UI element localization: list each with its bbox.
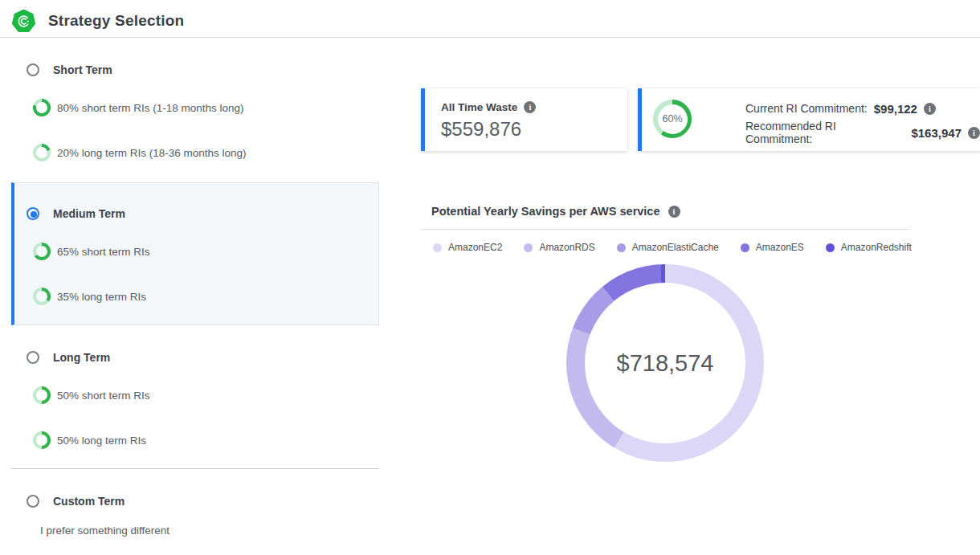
legend-dot-icon <box>433 243 442 252</box>
recommended-ri-commitment-row: Recommended RI Commitment: $163,947 i <box>745 124 980 141</box>
chart-title: Potential Yearly Savings per AWS service <box>431 205 660 218</box>
strategy-sub-item: 80% short term RIs (1-18 months long) <box>33 99 244 116</box>
radio-custom-term[interactable] <box>27 495 39 508</box>
commitment-percent-ring: 60% <box>653 100 692 138</box>
radio-long-term[interactable] <box>27 351 39 364</box>
strategy-sub-item: 35% long term RIs <box>33 288 146 305</box>
legend-item[interactable]: AmazonES <box>741 242 804 253</box>
strategy-sub-item: 65% short term RIs <box>33 243 150 260</box>
section-divider <box>11 468 379 469</box>
info-icon[interactable]: i <box>968 127 980 139</box>
donut-center-total: $718,574 <box>617 350 714 377</box>
legend-label: AmazonRDS <box>539 242 594 253</box>
chart-divider <box>421 229 910 230</box>
strategy-sub-item: 20% long term RIs (18-36 months long) <box>33 144 247 161</box>
radio-medium-term[interactable] <box>27 207 39 220</box>
legend-label: AmazonEC2 <box>448 242 502 253</box>
legend-dot-icon <box>524 243 533 252</box>
legend-dot-icon <box>826 243 835 252</box>
page-header: Strategy Selection <box>0 0 980 38</box>
strategy-option-custom-term[interactable]: Custom Term <box>27 495 125 508</box>
sub-item-label: 80% short term RIs (1-18 months long) <box>57 102 244 114</box>
percent-ring-icon <box>33 431 51 449</box>
current-ri-value: $99,122 <box>874 102 917 116</box>
percent-ring-icon <box>33 386 51 404</box>
info-icon[interactable]: i <box>524 101 536 113</box>
recommended-ri-value: $163,947 <box>911 126 962 140</box>
strategy-option-long-term[interactable]: Long Term <box>27 351 110 364</box>
chart-legend: AmazonEC2AmazonRDSAmazonElastiCacheAmazo… <box>433 242 912 253</box>
strategy-label: Custom Term <box>53 495 125 508</box>
cloudcheckr-logo-icon <box>12 10 35 33</box>
sub-item-label: 35% long term RIs <box>57 291 146 303</box>
sub-item-label: 50% short term RIs <box>57 390 150 402</box>
radio-short-term[interactable] <box>27 63 39 76</box>
info-icon[interactable]: i <box>668 206 680 218</box>
percent-ring-icon <box>33 288 51 305</box>
strategy-option-medium-term-panel[interactable]: Medium Term 65% short term RIs 35% long … <box>11 182 379 325</box>
strategy-label: Short Term <box>53 63 112 76</box>
legend-item[interactable]: AmazonRedshift <box>826 242 912 253</box>
strategy-sub-item: 50% long term RIs <box>33 431 146 449</box>
percent-ring-icon <box>33 99 51 116</box>
sub-item-label: 50% long term RIs <box>57 435 146 447</box>
percent-ring-icon <box>33 144 51 161</box>
strategy-selection-page: Strategy Selection Short Term 80% short … <box>0 0 980 555</box>
all-time-waste-card: All Time Waste i $559,876 <box>421 88 627 151</box>
current-ri-label: Current RI Commitment: <box>745 102 868 115</box>
legend-label: AmazonRedshift <box>841 242 912 253</box>
strategy-option-medium-term[interactable]: Medium Term <box>27 207 125 220</box>
legend-dot-icon <box>617 243 626 252</box>
savings-donut-chart[interactable]: $718,574 <box>566 264 764 462</box>
page-title: Strategy Selection <box>48 12 184 30</box>
sub-item-label: 20% long term RIs (18-36 months long) <box>57 147 247 159</box>
sub-item-label: 65% short term RIs <box>57 246 150 258</box>
legend-item[interactable]: AmazonRDS <box>524 242 594 253</box>
card-title: All Time Waste <box>441 101 517 113</box>
custom-term-description: I prefer something different <box>40 524 169 537</box>
recommended-ri-label: Recommended RI Commitment: <box>745 120 904 145</box>
strategy-label: Long Term <box>53 351 110 364</box>
legend-item[interactable]: AmazonEC2 <box>433 242 502 253</box>
legend-label: AmazonES <box>756 242 804 253</box>
legend-label: AmazonElastiCache <box>632 242 719 253</box>
strategy-label: Medium Term <box>53 207 125 220</box>
strategy-option-short-term[interactable]: Short Term <box>27 63 112 76</box>
legend-dot-icon <box>741 243 749 252</box>
commitment-percent-label: 60% <box>662 113 682 124</box>
strategy-sub-item: 50% short term RIs <box>33 386 150 404</box>
percent-ring-icon <box>33 243 51 260</box>
info-icon[interactable]: i <box>924 103 936 115</box>
current-ri-commitment-row: Current RI Commitment: $99,122 i <box>745 100 936 116</box>
all-time-waste-value: $559,876 <box>441 118 521 141</box>
legend-item[interactable]: AmazonElastiCache <box>617 242 719 253</box>
ri-commitment-card: 60% Current RI Commitment: $99,122 i Rec… <box>638 88 980 151</box>
